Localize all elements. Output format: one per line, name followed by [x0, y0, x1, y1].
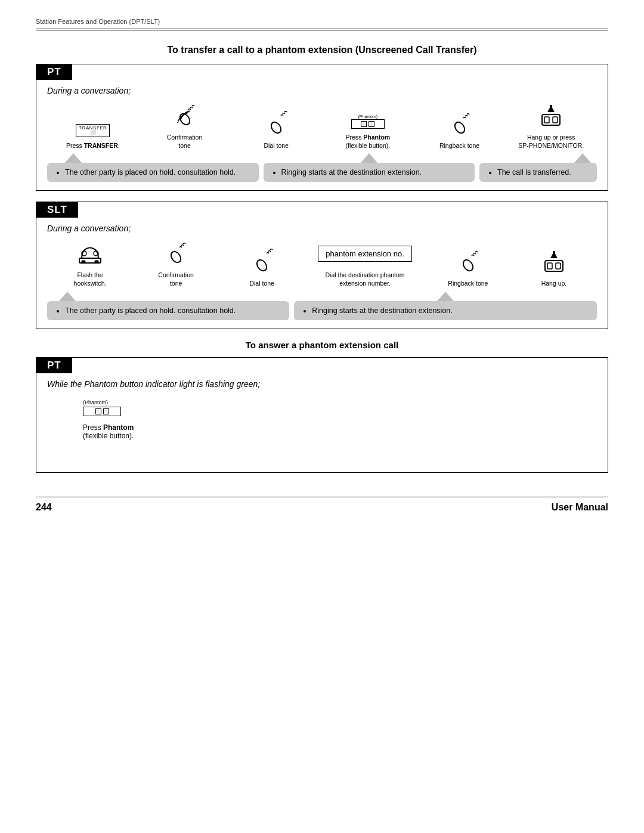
step-ringback-pt: Ringback tone	[414, 111, 506, 150]
phantom-key-icon-pt: (Phantom)	[351, 103, 385, 129]
pt-label: PT	[36, 64, 72, 80]
pt-callouts: The other party is placed on hold. consu…	[47, 153, 597, 182]
slt-box-transfer: SLT During a conversation;	[36, 202, 608, 329]
ringback-label-pt: Ringback tone	[439, 142, 479, 150]
phantom-input-label: Dial the destination phantomextension nu…	[325, 271, 404, 287]
slt-callout-hold: The other party is placed on hold. consu…	[47, 301, 289, 320]
svg-rect-9	[82, 261, 85, 263]
svg-rect-7	[553, 117, 558, 123]
confirmation-tone-label-slt: Confirmationtone	[158, 271, 194, 287]
confirmation-tone-icon-pt	[172, 103, 198, 129]
during-conversation-pt: During a conversation;	[47, 86, 597, 95]
step-dial-tone-pt: Dial tone	[230, 111, 322, 150]
slt-callout-wrapper-1: The other party is placed on hold. consu…	[47, 292, 289, 320]
svg-rect-6	[544, 117, 549, 123]
step-phantom-key-pt: (Phantom) Press Phantom(flexible button)…	[322, 103, 414, 150]
slt-callouts: The other party is placed on hold. consu…	[47, 292, 597, 320]
svg-rect-20	[553, 251, 555, 258]
slt-callout-wrapper-2: Ringing starts at the destination extens…	[294, 292, 597, 320]
callout-wrapper-1: The other party is placed on hold. consu…	[47, 153, 259, 182]
svg-point-16	[169, 250, 183, 264]
callout-hold-pt: The other party is placed on hold. consu…	[47, 163, 259, 182]
confirmation-tone-label-pt: Confirmationtone	[167, 134, 203, 150]
svg-point-1	[270, 120, 283, 134]
pt-steps-row: TRANSFER⬜ Press TRANSFER.	[47, 103, 597, 150]
confirmation-tone-icon-slt	[163, 240, 189, 267]
callout-wrapper-2: Ringing starts at the destination extens…	[264, 153, 475, 182]
svg-point-14	[89, 262, 91, 264]
step-hangup-pt: Hang up or pressSP-PHONE/MONITOR.	[505, 103, 597, 150]
while-text: While the Phantom button indicator light…	[47, 379, 597, 389]
pt-answer-label: PT	[36, 358, 72, 373]
hangup-icon-slt	[539, 249, 569, 275]
slt-steps-row: Flash thehookswitch. Confirmationtone	[47, 240, 597, 287]
transfer-key-icon: TRANSFER⬜	[76, 111, 110, 137]
step-hookswitch: Flash thehookswitch.	[47, 240, 133, 287]
svg-point-0	[178, 112, 191, 126]
step-confirmation-tone-slt: Confirmationtone	[133, 240, 219, 287]
hookswitch-label: Flash thehookswitch.	[74, 271, 107, 287]
answer-step: (Phantom) Press Phantom(flexible button)…	[83, 400, 597, 440]
hookswitch-icon	[76, 240, 104, 267]
during-conversation-slt: During a conversation;	[47, 224, 597, 233]
step-ringback-slt: Ringback tone	[425, 249, 511, 288]
svg-rect-10	[95, 261, 98, 263]
callout-wrapper-3: The call is transferred.	[479, 153, 597, 182]
step-hangup-slt: Hang up.	[511, 249, 597, 288]
phantom-answer-indicator	[83, 407, 121, 416]
svg-point-18	[461, 258, 475, 272]
ringback-icon-slt	[455, 249, 481, 275]
svg-rect-4	[550, 105, 552, 112]
pt-box-transfer: PT During a conversation; TRANSFER⬜ Pres…	[36, 64, 608, 191]
main-title: To transfer a call to a phantom extensio…	[36, 45, 608, 55]
svg-point-13	[87, 262, 88, 264]
phantom-label-small: (Phantom)	[83, 400, 108, 405]
step-confirmation-tone-pt: Confirmationtone	[139, 103, 231, 150]
svg-point-2	[453, 120, 466, 134]
press-phantom-label: Press Phantom(flexible button).	[83, 423, 134, 440]
phantom-btn: phantom extension no.	[318, 246, 412, 262]
callout-ringing-pt: Ringing starts at the destination extens…	[264, 163, 475, 182]
footer-rule	[36, 497, 608, 497]
svg-rect-23	[556, 263, 561, 269]
footer: 244 User Manual	[36, 502, 608, 513]
answer-section-title: To answer a phantom extension call	[36, 340, 608, 350]
step-dial-tone-slt: Dial tone	[219, 249, 305, 288]
ringback-label-slt: Ringback tone	[448, 280, 488, 288]
svg-point-17	[255, 258, 269, 272]
dial-tone-label-pt: Dial tone	[264, 142, 288, 150]
step-transfer-label: Press TRANSFER.	[66, 142, 120, 150]
page-header: Station Features and Operation (DPT/SLT)	[36, 18, 608, 30]
svg-rect-22	[547, 263, 552, 269]
manual-name: User Manual	[552, 502, 608, 513]
hangup-label-slt: Hang up.	[541, 280, 567, 288]
slt-callout-ringing: Ringing starts at the destination extens…	[294, 301, 597, 320]
dial-tone-icon-slt	[249, 249, 275, 275]
hangup-icon-pt	[536, 103, 566, 129]
page-number: 244	[36, 502, 52, 513]
pt-box-answer: PT While the Phantom button indicator li…	[36, 357, 608, 473]
slt-label: SLT	[36, 202, 78, 218]
dial-tone-label-slt: Dial tone	[249, 280, 274, 288]
hangup-label-pt: Hang up or pressSP-PHONE/MONITOR.	[518, 134, 584, 150]
step-transfer-key: TRANSFER⬜ Press TRANSFER.	[47, 111, 139, 150]
dial-tone-icon-pt	[263, 111, 289, 137]
callout-transferred-pt: The call is transferred.	[479, 163, 597, 182]
phantom-key-label-pt: Press Phantom(flexible button).	[345, 134, 390, 150]
svg-point-15	[92, 262, 93, 264]
ringback-icon-pt	[447, 111, 473, 137]
step-phantom-input: phantom extension no. Dial the destinati…	[305, 240, 425, 287]
phantom-input-icon: phantom extension no.	[318, 240, 412, 267]
